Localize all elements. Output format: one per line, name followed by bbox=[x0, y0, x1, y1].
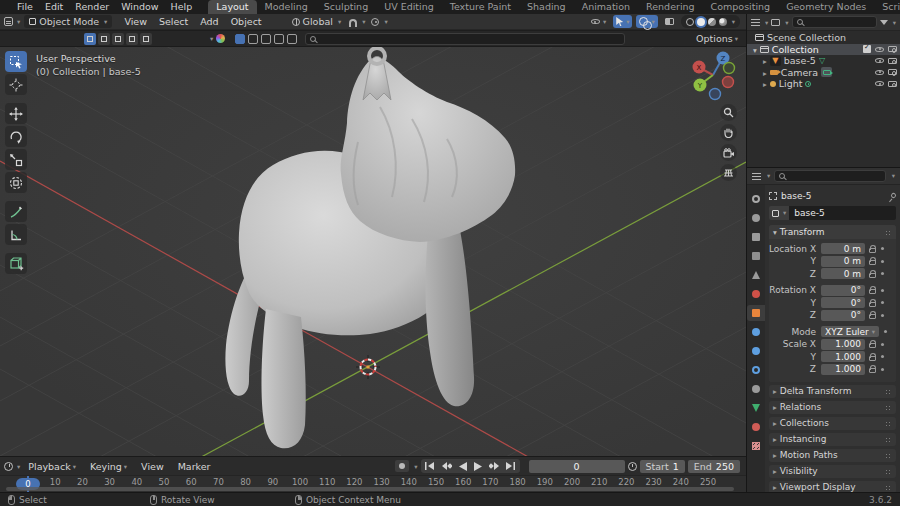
outliner-row-base-5[interactable]: ▼ base-5 ▽ bbox=[747, 55, 900, 67]
drag-handle-icon[interactable] bbox=[885, 230, 892, 235]
properties-tab-tool[interactable] bbox=[747, 191, 765, 207]
menu-object[interactable]: Object bbox=[225, 16, 268, 27]
workspace-tab-rendering[interactable]: Rendering bbox=[638, 0, 703, 14]
location-x-lock-icon[interactable] bbox=[869, 248, 876, 253]
xray-toggle[interactable] bbox=[662, 15, 677, 28]
snapping-toggle[interactable] bbox=[349, 16, 365, 27]
jump-to-start-button[interactable] bbox=[423, 460, 438, 472]
next-keyframe-button[interactable] bbox=[487, 460, 502, 472]
scale-x-lock-icon[interactable] bbox=[869, 343, 876, 348]
location-z-animate-dot[interactable] bbox=[881, 272, 884, 275]
mode-select[interactable]: Object Mode bbox=[24, 15, 112, 28]
cursor-tool[interactable] bbox=[5, 74, 27, 95]
move-tool[interactable] bbox=[5, 103, 27, 124]
location-y-animate-dot[interactable] bbox=[881, 260, 884, 263]
proportional-editing-toggle[interactable] bbox=[371, 16, 387, 27]
use-preview-range-icon[interactable] bbox=[628, 462, 637, 471]
filter-type-icon[interactable] bbox=[771, 19, 780, 26]
outliner-row-camera[interactable]: Camera bbox=[747, 67, 900, 79]
outliner-row-light[interactable]: Light bbox=[747, 78, 900, 90]
scale-z-animate-dot[interactable] bbox=[881, 368, 884, 371]
disable-in-renders-icon[interactable] bbox=[888, 58, 897, 64]
animate-dot[interactable] bbox=[884, 330, 887, 333]
scale-y-animate-dot[interactable] bbox=[881, 355, 884, 358]
properties-tab-constraints[interactable] bbox=[747, 381, 765, 397]
solid-shading-button[interactable] bbox=[697, 18, 705, 26]
properties-tab-modifiers[interactable] bbox=[747, 324, 765, 340]
select-mode-invert-button[interactable] bbox=[126, 33, 138, 45]
menu-tl-view[interactable]: View bbox=[135, 461, 170, 472]
menu-select[interactable]: Select bbox=[153, 16, 194, 27]
prev-keyframe-button[interactable] bbox=[439, 460, 454, 472]
scale-y-lock-icon[interactable] bbox=[869, 356, 876, 361]
rotation-y-animate-dot[interactable] bbox=[881, 301, 884, 304]
menu-playback[interactable]: Playback bbox=[22, 461, 82, 472]
location-z-lock-icon[interactable] bbox=[869, 273, 876, 278]
location-x-field[interactable]: 0 m bbox=[821, 243, 865, 254]
select-mode-intersect-button[interactable] bbox=[140, 33, 152, 45]
gizmo-axis-z-neg[interactable] bbox=[710, 89, 721, 100]
menu-add[interactable]: Add bbox=[194, 16, 224, 27]
filter-funnel-icon[interactable] bbox=[880, 20, 888, 25]
workspace-tab-scripting[interactable]: Scripting bbox=[874, 0, 900, 14]
toolsettings-search[interactable] bbox=[305, 33, 625, 45]
hide-in-viewport-icon[interactable] bbox=[875, 47, 884, 52]
timeline-ruler[interactable]: 0 10203040506070809010011012013014015016… bbox=[0, 475, 746, 492]
properties-tab-render[interactable] bbox=[747, 210, 765, 226]
workspace-tab-texture-paint[interactable]: Texture Paint bbox=[442, 0, 519, 14]
collection-checkbox[interactable] bbox=[863, 45, 871, 53]
properties-tab-world[interactable] bbox=[747, 286, 765, 302]
horse-ornament-model[interactable] bbox=[225, 48, 515, 448]
transform-panel-header[interactable]: Transform bbox=[769, 225, 896, 239]
disable-in-renders-icon[interactable] bbox=[888, 81, 897, 87]
toolsettings-toggle-2[interactable] bbox=[248, 34, 258, 44]
properties-tab-particles[interactable] bbox=[747, 343, 765, 359]
zoom-button[interactable] bbox=[720, 104, 737, 121]
workspace-tab-sculpting[interactable]: Sculpting bbox=[316, 0, 376, 14]
panel-instancing[interactable]: Instancing bbox=[769, 433, 896, 447]
play-button[interactable] bbox=[471, 460, 486, 472]
scale-z-field[interactable]: 1.000 bbox=[821, 364, 865, 375]
menu-window[interactable]: Window bbox=[115, 0, 164, 14]
material-preview-button[interactable] bbox=[708, 18, 716, 26]
select-box-tool[interactable] bbox=[5, 51, 27, 72]
outliner-row-scene-collection[interactable]: Scene Collection bbox=[747, 32, 900, 44]
properties-tab-texture[interactable] bbox=[747, 438, 765, 454]
timeline-scrollbar[interactable] bbox=[6, 487, 734, 491]
disable-in-renders-icon[interactable] bbox=[888, 46, 897, 52]
rotation-y-lock-icon[interactable] bbox=[869, 302, 876, 307]
menu-keying[interactable]: Keying bbox=[84, 461, 133, 472]
disable-in-renders-icon[interactable] bbox=[888, 69, 897, 75]
toolsettings-toggle-1[interactable] bbox=[235, 34, 245, 44]
outliner-row-collection[interactable]: Collection bbox=[747, 44, 900, 56]
object-type-dropdown[interactable] bbox=[769, 206, 789, 220]
location-y-lock-icon[interactable] bbox=[869, 260, 876, 265]
show-gizmo-toggle[interactable] bbox=[613, 15, 632, 28]
rotation-x-field[interactable]: 0° bbox=[821, 285, 865, 296]
properties-tab-data[interactable] bbox=[747, 400, 765, 416]
scale-z-lock-icon[interactable] bbox=[869, 368, 876, 373]
auto-keying-button[interactable] bbox=[395, 460, 409, 472]
menu-file[interactable]: File bbox=[11, 0, 39, 14]
play-reverse-button[interactable] bbox=[455, 460, 470, 472]
location-x-animate-dot[interactable] bbox=[881, 247, 884, 250]
workspace-tab-uv-editing[interactable]: UV Editing bbox=[376, 0, 442, 14]
workspace-tab-modeling[interactable]: Modeling bbox=[257, 0, 316, 14]
workspace-tab-animation[interactable]: Animation bbox=[574, 0, 638, 14]
toolsettings-toggle-5[interactable] bbox=[287, 34, 297, 44]
menu-marker[interactable]: Marker bbox=[172, 461, 217, 472]
properties-tab-physics[interactable] bbox=[747, 362, 765, 378]
properties-search-input[interactable] bbox=[788, 171, 880, 181]
rotation-z-lock-icon[interactable] bbox=[869, 314, 876, 319]
rotation-z-animate-dot[interactable] bbox=[881, 314, 884, 317]
properties-tab-object[interactable] bbox=[747, 305, 765, 321]
wireframe-shading-button[interactable] bbox=[686, 18, 694, 26]
toolsettings-search-input[interactable] bbox=[319, 34, 620, 44]
measure-tool[interactable] bbox=[5, 224, 27, 245]
outliner-search-input[interactable] bbox=[806, 17, 872, 27]
pan-button[interactable] bbox=[720, 124, 737, 141]
current-frame-field[interactable]: 0 bbox=[529, 460, 625, 473]
toolsettings-toggle-4[interactable] bbox=[274, 34, 284, 44]
rotation-z-field[interactable]: 0° bbox=[821, 310, 865, 321]
rendered-shading-button[interactable] bbox=[719, 18, 727, 26]
